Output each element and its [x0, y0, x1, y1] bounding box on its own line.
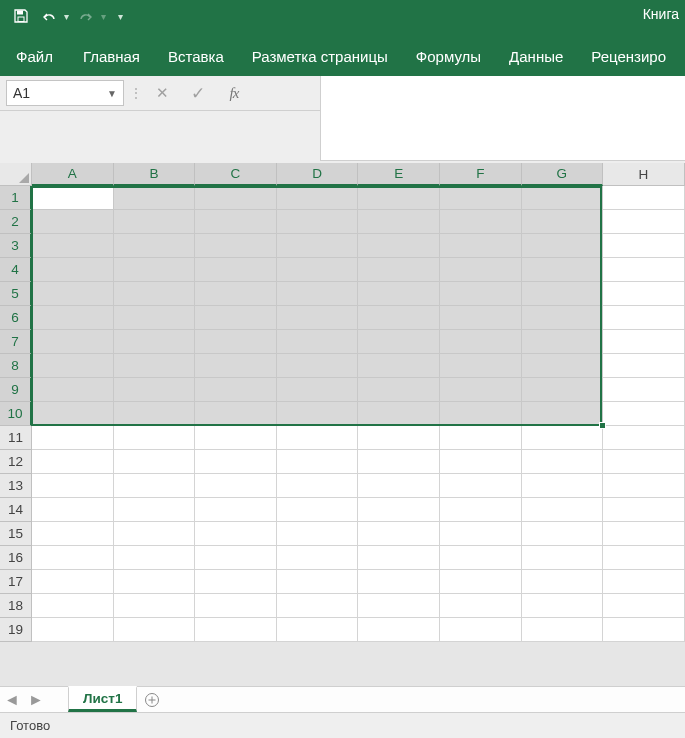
cell[interactable]	[277, 306, 359, 330]
cell[interactable]	[522, 306, 604, 330]
cell[interactable]	[114, 450, 196, 474]
sheet-nav-prev[interactable]: ◄	[0, 687, 24, 713]
cell[interactable]	[195, 474, 277, 498]
cell[interactable]	[522, 474, 604, 498]
cell[interactable]	[358, 186, 440, 210]
cell[interactable]	[440, 522, 522, 546]
row-header[interactable]: 2	[0, 210, 32, 234]
cell[interactable]	[522, 282, 604, 306]
tab-home[interactable]: Главная	[69, 32, 154, 76]
tab-insert[interactable]: Вставка	[154, 32, 238, 76]
cell[interactable]	[114, 618, 196, 642]
row-header[interactable]: 11	[0, 426, 32, 450]
cell[interactable]	[358, 258, 440, 282]
row-header[interactable]: 16	[0, 546, 32, 570]
cell[interactable]	[32, 330, 114, 354]
cell[interactable]	[195, 330, 277, 354]
cell[interactable]	[603, 522, 685, 546]
cell[interactable]	[32, 402, 114, 426]
row-header[interactable]: 13	[0, 474, 32, 498]
cell[interactable]	[114, 258, 196, 282]
cell[interactable]	[32, 378, 114, 402]
cell[interactable]	[277, 570, 359, 594]
column-header[interactable]: H	[603, 163, 685, 186]
cell[interactable]	[114, 234, 196, 258]
cell[interactable]	[195, 258, 277, 282]
cell[interactable]	[440, 450, 522, 474]
undo-button[interactable]	[38, 5, 60, 27]
cell[interactable]	[32, 210, 114, 234]
cell[interactable]	[603, 330, 685, 354]
cell[interactable]	[603, 450, 685, 474]
row-header[interactable]: 17	[0, 570, 32, 594]
cell[interactable]	[358, 618, 440, 642]
undo-dropdown[interactable]: ▾	[64, 11, 69, 22]
cell[interactable]	[277, 210, 359, 234]
cell[interactable]	[32, 258, 114, 282]
cell[interactable]	[522, 330, 604, 354]
row-header[interactable]: 15	[0, 522, 32, 546]
cell[interactable]	[277, 594, 359, 618]
cell[interactable]	[32, 594, 114, 618]
cell[interactable]	[440, 594, 522, 618]
row-header[interactable]: 18	[0, 594, 32, 618]
redo-button[interactable]	[75, 5, 97, 27]
cell[interactable]	[114, 330, 196, 354]
cell[interactable]	[522, 594, 604, 618]
cell[interactable]	[440, 618, 522, 642]
cell[interactable]	[440, 378, 522, 402]
cell[interactable]	[522, 450, 604, 474]
cell[interactable]	[114, 426, 196, 450]
cell[interactable]	[195, 618, 277, 642]
cell[interactable]	[358, 378, 440, 402]
cell[interactable]	[32, 186, 114, 210]
spreadsheet-grid[interactable]: ABCDEFGH 12345678910111213141516171819	[0, 163, 685, 642]
save-button[interactable]	[10, 5, 32, 27]
tab-page-layout[interactable]: Разметка страницы	[238, 32, 402, 76]
cell[interactable]	[32, 570, 114, 594]
add-sheet-button[interactable]	[137, 692, 167, 708]
redo-dropdown[interactable]: ▾	[101, 11, 106, 22]
cell[interactable]	[195, 282, 277, 306]
cell[interactable]	[522, 186, 604, 210]
cell[interactable]	[358, 402, 440, 426]
tab-review[interactable]: Рецензиро	[577, 32, 680, 76]
formula-bar-options[interactable]: ⋮	[124, 80, 148, 106]
cell[interactable]	[440, 498, 522, 522]
cell[interactable]	[522, 234, 604, 258]
row-header[interactable]: 7	[0, 330, 32, 354]
cell[interactable]	[277, 618, 359, 642]
row-header[interactable]: 5	[0, 282, 32, 306]
cell[interactable]	[358, 594, 440, 618]
cell[interactable]	[195, 450, 277, 474]
cell[interactable]	[522, 402, 604, 426]
cell[interactable]	[440, 282, 522, 306]
cell[interactable]	[32, 474, 114, 498]
row-header[interactable]: 6	[0, 306, 32, 330]
cell[interactable]	[114, 402, 196, 426]
cell[interactable]	[114, 546, 196, 570]
cell[interactable]	[277, 474, 359, 498]
cell[interactable]	[114, 378, 196, 402]
column-header[interactable]: B	[114, 163, 196, 186]
cell[interactable]	[277, 378, 359, 402]
cell[interactable]	[440, 210, 522, 234]
cell[interactable]	[277, 330, 359, 354]
cell[interactable]	[277, 498, 359, 522]
cell[interactable]	[440, 402, 522, 426]
cell[interactable]	[440, 186, 522, 210]
cell[interactable]	[358, 330, 440, 354]
cell[interactable]	[603, 186, 685, 210]
cell[interactable]	[277, 402, 359, 426]
tab-file[interactable]: Файл	[0, 32, 69, 76]
cell[interactable]	[358, 546, 440, 570]
row-header[interactable]: 1	[0, 186, 32, 210]
cell[interactable]	[603, 546, 685, 570]
cell[interactable]	[522, 618, 604, 642]
row-header[interactable]: 3	[0, 234, 32, 258]
cell[interactable]	[277, 426, 359, 450]
sheet-tab-1[interactable]: Лист1	[68, 686, 137, 712]
cell[interactable]	[358, 498, 440, 522]
cell[interactable]	[195, 186, 277, 210]
cell[interactable]	[114, 498, 196, 522]
